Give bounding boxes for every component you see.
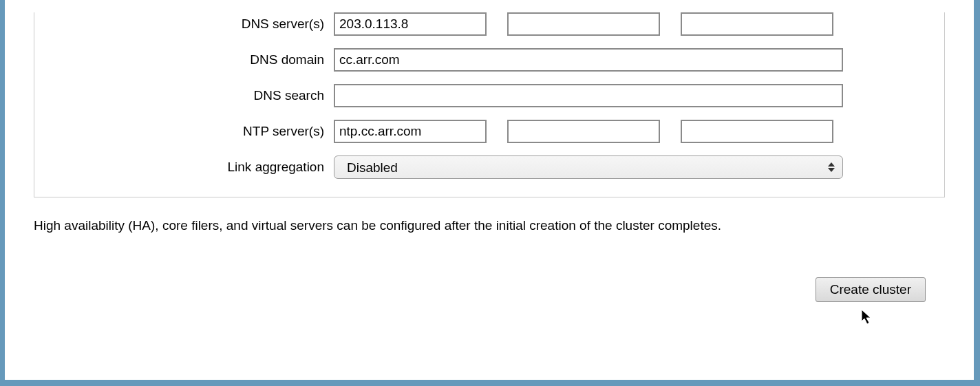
create-cluster-button[interactable]: Create cluster [816,277,926,302]
row-dns-search: DNS search [48,84,930,107]
label-dns-domain: DNS domain [48,52,334,67]
button-row: Create cluster [34,277,926,302]
label-ntp-servers: NTP server(s) [48,124,334,139]
fields-dns-servers [334,12,930,36]
fields-dns-search [334,84,930,107]
row-dns-servers: DNS server(s) [48,12,930,36]
fields-ntp-servers [334,120,930,143]
info-note: High availability (HA), core filers, and… [34,218,945,233]
ntp-server-2-input[interactable] [507,120,660,143]
label-link-aggregation: Link aggregation [48,160,334,175]
link-aggregation-select[interactable]: Disabled [334,156,843,179]
label-dns-search: DNS search [48,88,334,103]
row-link-aggregation: Link aggregation Disabled [48,156,930,179]
dns-search-input[interactable] [334,84,843,107]
page: DNS server(s) DNS domain DNS search NTP … [5,0,974,380]
label-dns-servers: DNS server(s) [48,17,334,32]
ntp-server-3-input[interactable] [681,120,833,143]
dns-server-2-input[interactable] [507,12,660,36]
form-panel: DNS server(s) DNS domain DNS search NTP … [34,12,945,197]
ntp-server-1-input[interactable] [334,120,487,143]
dns-server-3-input[interactable] [681,12,833,36]
fields-link-aggregation: Disabled [334,156,930,179]
link-aggregation-select-wrap: Disabled [334,156,843,179]
svg-marker-2 [862,310,871,324]
fields-dns-domain [334,48,930,72]
dns-domain-input[interactable] [334,48,843,72]
row-dns-domain: DNS domain [48,48,930,72]
row-ntp-servers: NTP server(s) [48,120,930,143]
cursor-icon [861,309,873,329]
dns-server-1-input[interactable] [334,12,487,36]
